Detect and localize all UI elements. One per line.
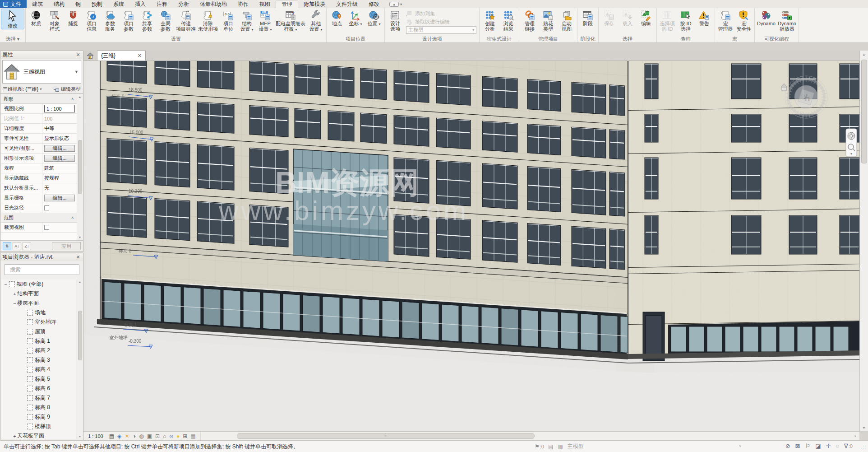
worksets-icon[interactable]: ▤ <box>548 443 554 450</box>
status-caret-icon[interactable]: ˅ <box>739 444 741 448</box>
ribbon-collapse-control[interactable]: ▲ ▾ <box>389 0 402 8</box>
value-input[interactable]: 1 : 100 <box>44 105 75 112</box>
tree-expander[interactable]: + <box>12 433 17 439</box>
ribbon-button-警告[interactable]: 警告 <box>695 9 713 27</box>
ribbon-group-caption[interactable]: 选择 <box>600 36 656 42</box>
ribbon-tab-协作[interactable]: 协作 <box>232 0 254 8</box>
select-pinned-toggle-icon[interactable]: ⚐ <box>805 443 811 449</box>
scroll-down-icon[interactable]: ▼ <box>863 424 866 431</box>
home-view-button[interactable] <box>83 51 97 61</box>
ribbon-button-项目参数[interactable]: 项目参数 <box>120 9 138 32</box>
tree-item-标高 5[interactable]: 标高 5 <box>1 374 76 384</box>
ribbon-tab-文件升级[interactable]: 文件升级 <box>331 0 363 8</box>
ribbon-group-caption[interactable]: 可视化编程 <box>756 36 798 42</box>
ribbon-tab-插入[interactable]: 插入 <box>129 0 151 8</box>
scroll-right-icon[interactable]: › <box>851 432 859 440</box>
ribbon-button-管理链接[interactable]: 管理链接 <box>521 9 539 32</box>
ribbon-button-设计选项[interactable]: 设计选项 <box>386 9 404 32</box>
ribbon-button-创建分析[interactable]: 创建分析 <box>481 9 499 32</box>
steering-wheel-icon[interactable] <box>848 132 855 140</box>
model-view[interactable]: BIM资源网 www.bimzyw.com 18.500标高 615.00010… <box>83 61 859 431</box>
edit-button[interactable]: 编辑... <box>44 145 75 152</box>
edit-button[interactable]: 编辑... <box>44 195 75 201</box>
property-value[interactable]: 编辑... <box>42 155 77 162</box>
resize-grip[interactable]: .:: <box>861 444 866 449</box>
filter-icon[interactable]: ∇:0 <box>844 443 853 449</box>
property-value[interactable] <box>42 205 77 210</box>
browser-scrollbar[interactable]: ▲ ▼ <box>77 280 83 439</box>
property-section-图形[interactable]: 图形∧ <box>1 94 77 104</box>
property-value[interactable]: 显示原状态 <box>42 135 77 142</box>
scroll-down-icon[interactable]: ▼ <box>78 236 82 239</box>
scroll-up-icon[interactable]: ▲ <box>78 280 82 284</box>
tree-item-屋顶[interactable]: 屋顶 <box>1 327 76 336</box>
unlocked-view-icon[interactable]: ⌂ <box>163 433 166 439</box>
ribbon-group-caption[interactable]: 宏 <box>716 36 753 42</box>
ribbon-button-全局参数[interactable]: 全局参数 <box>157 9 175 32</box>
tree-item-场地[interactable]: 场地 <box>1 308 76 317</box>
scroll-down-icon[interactable]: ▼ <box>78 435 82 438</box>
ribbon-button-捕捉[interactable]: 捕捉 <box>64 9 82 27</box>
ribbon-button-按 ID选择[interactable]: 按 ID选择 <box>677 9 695 32</box>
design-options-icon[interactable]: ▥ <box>558 443 563 450</box>
file-tab[interactable]: 文件 <box>0 0 27 8</box>
drag-elements-toggle-icon[interactable]: ✛ <box>826 443 831 449</box>
ribbon-tab-注释[interactable]: 注释 <box>151 0 173 8</box>
ribbon-button-MEP设置[interactable]: MEPMEP设置 ▾ <box>256 9 274 32</box>
property-value[interactable]: 编辑... <box>42 195 77 201</box>
property-value[interactable]: 1 : 100 <box>42 105 77 112</box>
type-selector-caret-icon[interactable]: ▼ <box>72 70 81 74</box>
property-value[interactable] <box>42 225 77 230</box>
sort-descending-button[interactable]: Z↓ <box>23 242 31 250</box>
ribbon-group-caption[interactable]: 管理项目 <box>520 36 576 42</box>
ribbon-button-对象样式[interactable]: 对象样式 <box>46 9 64 32</box>
select-by-face-toggle-icon[interactable]: ◪ <box>815 443 821 449</box>
ribbon-tab-分析[interactable]: 分析 <box>173 0 194 8</box>
sort-ascending-button[interactable]: A↓ <box>13 242 21 250</box>
tree-expander[interactable]: − <box>12 301 17 306</box>
ribbon-button-结构设置[interactable]: 结构设置 ▾ <box>238 9 256 32</box>
ribbon-button-清除未使用项[interactable]: 清除未使用项 <box>197 9 219 32</box>
reveal-hidden-icon[interactable]: ● <box>176 433 180 439</box>
ribbon-group-caption[interactable]: 设计选项 <box>386 36 478 42</box>
ribbon-group-caption[interactable]: 选择 ▾ <box>1 36 24 42</box>
temporary-hide-icon[interactable]: ∞ <box>169 433 173 439</box>
property-value[interactable]: 建筑 <box>42 165 77 172</box>
scroll-up-icon[interactable]: ▲ <box>78 95 82 98</box>
apply-button[interactable]: 应用 <box>52 242 81 250</box>
ribbon-tab-钢[interactable]: 钢 <box>70 0 86 8</box>
view-tab-3d[interactable]: {三维} ✕ <box>97 51 146 61</box>
active-design-option-dropdown[interactable]: 主模型▾ <box>406 26 476 34</box>
properties-close-icon[interactable]: ✕ <box>75 52 81 58</box>
ribbon-button-项目信息[interactable]: i项目信息 <box>83 9 101 32</box>
ribbon-group-caption[interactable]: 查询 <box>658 36 714 42</box>
type-selector[interactable]: 三维视图 ▼ <box>2 60 81 84</box>
ribbon-tab-体量和场地[interactable]: 体量和场地 <box>194 0 232 8</box>
property-value[interactable]: 按规程 <box>42 175 77 182</box>
ribbon-button-项目单位[interactable]: 0.0项目单位 <box>219 9 237 32</box>
temporary-view-properties-icon[interactable]: ⊞ <box>183 433 187 439</box>
tree-expander[interactable]: + <box>12 291 17 297</box>
ribbon-button-修改[interactable]: 修改 <box>1 9 24 29</box>
shadows-icon[interactable]: ◑ <box>133 433 136 439</box>
editing-requests-icon[interactable]: ⚑:0 <box>535 443 544 450</box>
vertical-scrollbar[interactable]: ▲ ▼ <box>859 51 868 431</box>
ribbon-button-启动视图[interactable]: 启动视图 <box>558 9 576 32</box>
ribbon-group-caption[interactable]: 设置 <box>27 36 325 42</box>
properties-scrollbar[interactable]: ▲ ▼ <box>77 94 83 240</box>
view-tab-close-icon[interactable]: ✕ <box>138 53 142 59</box>
ribbon-button-坐标[interactable]: 坐标 ▾ <box>346 9 365 27</box>
tree-item-标高 3[interactable]: 标高 3 <box>1 355 76 365</box>
render-icon[interactable]: ◍ <box>139 433 143 439</box>
ribbon-tab-附加模块[interactable]: 附加模块 <box>298 0 331 8</box>
sort-default-button[interactable]: ⇅ <box>3 242 11 250</box>
ribbon-group-caption[interactable]: 项目位置 <box>328 36 383 42</box>
ribbon-tab-修改[interactable]: 修改 <box>363 0 385 8</box>
ribbon-tab-结构[interactable]: 结构 <box>48 0 70 8</box>
ribbon-button-宏管理器[interactable]: 宏管理器 <box>716 9 734 32</box>
detail-level-icon[interactable]: ▤ <box>109 433 114 439</box>
tree-item-标高 9[interactable]: 标高 9 <box>1 412 76 422</box>
snap-indicator-icon[interactable]: ◌ <box>836 443 840 449</box>
ribbon-tab-管理[interactable]: 管理 <box>276 0 298 8</box>
ribbon-button-配电盘明细表样板[interactable]: 配电盘明细表样板 ▾ <box>275 9 306 32</box>
